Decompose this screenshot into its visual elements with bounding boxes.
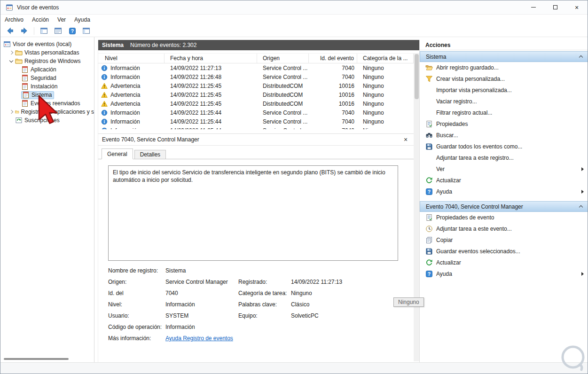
actions-section-evento-7040[interactable]: Evento 7040, Service Control Manager	[420, 201, 588, 212]
action-filter-current-log[interactable]: Filtrar registro actual...	[420, 107, 588, 118]
table-row[interactable]: Advertencia 14/09/2022 11:25:45 Distribu…	[98, 90, 414, 99]
field-value: Ninguno	[291, 290, 312, 296]
actions-section-sistema[interactable]: Sistema	[420, 51, 588, 62]
event-log-help-link[interactable]: Ayuda Registro de eventos	[165, 335, 233, 342]
export-list-icon	[54, 27, 62, 35]
tab-general[interactable]: General	[102, 148, 133, 159]
menu-ayuda[interactable]: Ayuda	[70, 15, 94, 24]
console-tree: Visor de eventos (local) Vistas personal…	[0, 37, 94, 362]
menu-archivo[interactable]: Archivo	[0, 15, 28, 24]
field-label: Nombre de registro:	[108, 267, 158, 274]
action-open-saved-log[interactable]: Abrir registro guardado...	[420, 62, 588, 73]
event-log-icon	[22, 91, 30, 99]
action-properties[interactable]: Propiedades	[420, 118, 588, 130]
event-preview-pane: Evento 7040, Service Control Manager × G…	[98, 133, 414, 362]
field-label: Nivel:	[108, 301, 122, 308]
results-event-count: Número de eventos: 2.302	[130, 42, 196, 48]
column-origen[interactable]: Origen	[257, 54, 309, 63]
action-help[interactable]: Ayuda	[420, 186, 588, 197]
actions-pane-title: Acciones	[420, 40, 588, 50]
action-create-custom-view[interactable]: Crear vista personalizada...	[420, 73, 588, 85]
event-log-icon	[21, 74, 29, 82]
table-row[interactable]: Información 14/09/2022 11:25:44 Service …	[98, 117, 414, 126]
back-button[interactable]	[4, 26, 16, 36]
action-clear-log[interactable]: Vaciar registro...	[420, 96, 588, 107]
annotation-cursor-arrow	[37, 95, 62, 125]
folder-icon	[15, 57, 23, 65]
field-label: Más información:	[108, 335, 151, 342]
action-view[interactable]: Ver	[420, 164, 588, 175]
action-save-all-events[interactable]: Guardar todos los eventos como...	[420, 141, 588, 152]
export-list-button[interactable]	[52, 26, 64, 36]
scrollbar-thumb[interactable]	[4, 358, 69, 360]
action-save-selected-events[interactable]: Guardar eventos seleccionados...	[420, 246, 588, 257]
subscriptions-icon	[15, 117, 23, 124]
table-row[interactable]: Información 14/09/2022 11:25:44 Service …	[98, 126, 414, 129]
console-tree-icon	[40, 27, 48, 35]
forward-icon	[20, 27, 28, 35]
minimize-button[interactable]	[523, 0, 544, 15]
field-value: Service Control Manager	[165, 279, 228, 285]
results-pane: Sistema Número de eventos: 2.302 Nivel F…	[98, 40, 419, 362]
info-icon	[101, 65, 108, 71]
solvetic-logo	[559, 344, 588, 373]
tree-item-setup[interactable]: Instalación	[0, 82, 94, 91]
field-label: Palabras clave:	[238, 301, 277, 308]
tab-detalles[interactable]: Detalles	[134, 150, 166, 159]
action-attach-task-to-event[interactable]: Adjuntar tarea a este evento...	[420, 223, 588, 234]
back-icon	[6, 27, 14, 35]
forward-button[interactable]	[18, 26, 30, 36]
table-row[interactable]: Información 14/09/2022 11:25:44 Service …	[98, 108, 414, 117]
event-log-icon	[21, 100, 29, 107]
tree-item-security[interactable]: Seguridad	[0, 74, 94, 82]
collapse-icon[interactable]	[579, 55, 583, 59]
chevron-down-icon[interactable]	[9, 59, 14, 63]
scrollbar-thumb[interactable]	[415, 54, 419, 99]
help-icon	[425, 188, 433, 195]
action-copy[interactable]: Copiar	[420, 234, 588, 246]
menu-accion[interactable]: Acción	[28, 15, 53, 24]
action-attach-task-to-log[interactable]: Adjuntar tarea a este registro...	[420, 152, 588, 164]
maximize-button[interactable]	[544, 0, 566, 15]
field-row: Código de operación: Información	[98, 324, 414, 334]
tree-item-windows-logs[interactable]: Registros de Windows	[0, 57, 94, 65]
chevron-right-icon[interactable]	[9, 50, 14, 55]
action-find[interactable]: Buscar...	[420, 130, 588, 141]
table-row[interactable]: Información 14/09/2022 11:27:13 Service …	[98, 63, 414, 72]
help-button[interactable]	[66, 26, 78, 36]
tree-item-event-viewer-root[interactable]: Visor de eventos (local)	[0, 40, 94, 48]
table-row[interactable]: Información 14/09/2022 11:26:48 Service …	[98, 72, 414, 81]
actions-pane: Acciones Sistema Abrir registro guardado…	[419, 40, 588, 362]
collapse-icon[interactable]	[579, 205, 583, 209]
action-help-event[interactable]: Ayuda	[420, 268, 588, 280]
column-categoria[interactable]: Categoría de la ...	[357, 54, 414, 63]
column-nivel[interactable]: Nivel	[98, 54, 165, 63]
action-import-custom-view[interactable]: Importar vista personalizada...	[420, 85, 588, 96]
action-refresh[interactable]: Actualizar	[420, 175, 588, 186]
menu-ver[interactable]: Ver	[53, 15, 70, 24]
action-pane-toggle-button[interactable]	[80, 26, 92, 36]
field-row: Usuario: SYSTEM Equipo: SolveticPC	[98, 312, 414, 323]
table-row[interactable]: Advertencia 14/09/2022 11:25:45 Distribu…	[98, 99, 414, 108]
table-row[interactable]: Advertencia 14/09/2022 11:25:45 Distribu…	[98, 81, 414, 90]
action-pane-icon	[82, 27, 90, 35]
column-fecha[interactable]: Fecha y hora	[165, 54, 257, 63]
chevron-spacer	[9, 118, 14, 123]
close-button[interactable]: ×	[566, 0, 588, 15]
warning-icon	[101, 92, 108, 98]
action-refresh-event[interactable]: Actualizar	[420, 257, 588, 268]
column-id-evento[interactable]: Id. del evento	[309, 54, 357, 63]
action-event-properties[interactable]: Propiedades de evento	[420, 212, 588, 223]
chevron-right-icon[interactable]	[9, 109, 14, 114]
preview-close-button[interactable]: ×	[401, 135, 410, 144]
menubar: Archivo Acción Ver Ayuda	[0, 15, 588, 25]
tree-item-application[interactable]: Aplicación	[0, 65, 94, 74]
tree-item-custom-views[interactable]: Vistas personalizadas	[0, 48, 94, 57]
category-tooltip: Ninguno	[393, 297, 424, 307]
tree-horizontal-scrollbar[interactable]	[0, 357, 94, 361]
console-tree-toggle-button[interactable]	[38, 26, 50, 36]
warning-icon	[101, 101, 108, 107]
table-column-header: Nivel Fecha y hora Origen Id. del evento…	[98, 53, 414, 63]
window-title: Visor de eventos	[17, 4, 59, 11]
field-value: 7040	[165, 290, 178, 296]
